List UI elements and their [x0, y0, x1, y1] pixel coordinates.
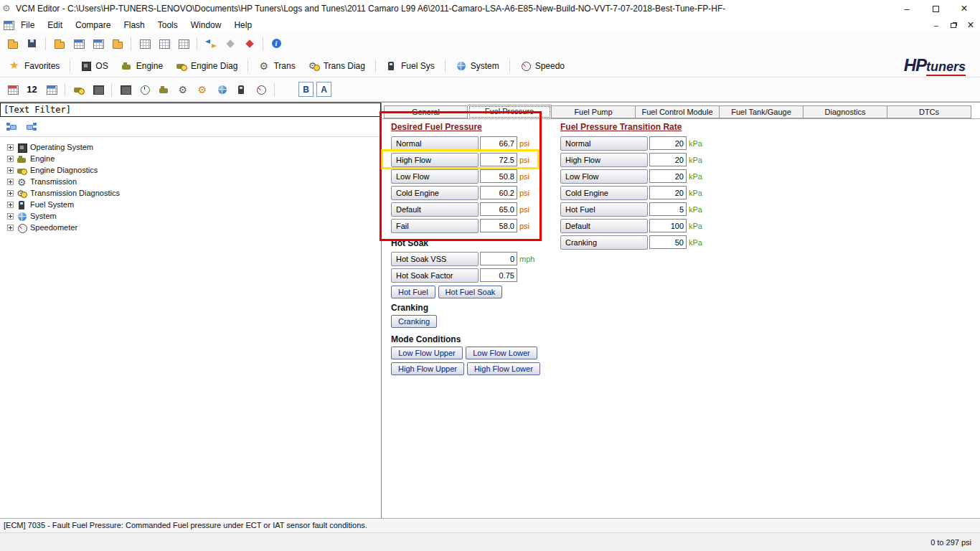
expand-plus-icon[interactable] [7, 144, 14, 151]
high-flow-lower-button[interactable]: High Flow Lower [467, 362, 540, 375]
menu-item-edit[interactable]: Edit [41, 17, 69, 33]
field-label-cranking[interactable]: Cranking [560, 235, 648, 250]
field-label-cold-engine[interactable]: Cold Engine [391, 186, 479, 200]
field-label-default[interactable]: Default [391, 202, 479, 217]
field-label-cold-engine[interactable]: Cold Engine [560, 186, 648, 200]
nav-trans-button[interactable]: Trans [252, 57, 301, 75]
engine-nav-button[interactable] [69, 80, 88, 99]
field-label-hot-fuel[interactable]: Hot Fuel [560, 202, 648, 217]
field-label-default[interactable]: Default [560, 219, 648, 233]
field-value-default[interactable] [480, 202, 517, 216]
nav-favorites-button[interactable]: Favorites [3, 57, 66, 75]
field-label-normal[interactable]: Normal [391, 136, 479, 151]
tree-item-transmission-diagnostics[interactable]: Transmission Diagnostics [0, 187, 381, 199]
tree-item-speedometer[interactable]: Speedometer [0, 222, 381, 233]
nav-system-button[interactable]: System [449, 57, 506, 75]
hot-fuel-soak-button[interactable]: Hot Fuel Soak [438, 286, 503, 298]
field-label-hot-soak-factor[interactable]: Hot Soak Factor [391, 268, 479, 283]
compare-a-button[interactable]: A [316, 82, 331, 97]
menu-item-flash[interactable]: Flash [117, 17, 151, 33]
field-label-low-flow[interactable]: Low Flow [560, 169, 648, 184]
field-value-cranking[interactable] [649, 235, 687, 249]
nav-trans-diag-button[interactable]: Trans Diag [302, 57, 372, 75]
field-value-fail[interactable] [480, 219, 517, 232]
tree-item-fuel-system[interactable]: Fuel System [0, 199, 381, 210]
field-label-high-flow[interactable]: High Flow [560, 153, 648, 167]
menu-item-window[interactable]: Window [184, 17, 228, 33]
tab-dtcs[interactable]: DTCs [887, 105, 971, 118]
write-vehicle-button[interactable] [88, 34, 108, 53]
collapse-tree-icon[interactable] [26, 121, 37, 133]
field-value-hot-fuel[interactable] [649, 202, 687, 216]
table-dark-2-button[interactable] [116, 80, 135, 99]
tab-fuel-tank-gauge[interactable]: Fuel Tank/Gauge [720, 105, 804, 118]
expand-plus-icon[interactable] [7, 202, 14, 208]
close-button[interactable] [950, 1, 979, 17]
save-file-button[interactable] [22, 34, 42, 53]
tree-item-transmission[interactable]: Transmission [0, 176, 381, 187]
field-label-normal[interactable]: Normal [560, 136, 648, 151]
gear-gray-button[interactable] [174, 80, 193, 99]
tree-item-engine[interactable]: Engine [0, 153, 381, 164]
child-minimize-button[interactable] [931, 20, 941, 30]
expand-plus-icon[interactable] [7, 225, 14, 231]
expand-tree-icon[interactable] [6, 121, 17, 133]
field-value-cold-engine[interactable] [649, 186, 687, 199]
field-value-normal[interactable] [480, 136, 517, 150]
hot-fuel-button[interactable]: Hot Fuel [391, 286, 435, 298]
nav-engine-button[interactable]: Engine [115, 57, 169, 75]
field-label-fail[interactable]: Fail [391, 219, 479, 233]
tree-item-operating-system[interactable]: Operating System [0, 141, 381, 153]
child-window-icon[interactable] [3, 19, 14, 31]
tab-fuel-pressure[interactable]: Fuel Pressure [468, 105, 552, 119]
menu-item-help[interactable]: Help [227, 17, 258, 33]
field-label-hot-soak-vss[interactable]: Hot Soak VSS [391, 252, 479, 266]
field-value-cold-engine[interactable] [480, 186, 517, 199]
expand-plus-icon[interactable] [7, 167, 14, 174]
field-value-high-flow[interactable] [649, 153, 687, 166]
clock-button[interactable] [135, 80, 154, 99]
menu-item-tools[interactable]: Tools [151, 17, 184, 33]
text-filter-input[interactable] [0, 103, 381, 117]
field-value-high-flow[interactable] [480, 153, 517, 166]
field-value-hot-soak-vss[interactable] [480, 252, 517, 265]
field-value-low-flow[interactable] [649, 169, 687, 183]
nav-os-button[interactable]: OS [74, 57, 114, 75]
open-recent-button[interactable] [50, 34, 69, 53]
gear-orange-button[interactable] [193, 80, 212, 99]
nav-speedo-button[interactable]: Speedo [514, 57, 571, 75]
field-value-low-flow[interactable] [480, 169, 517, 183]
tab-fuel-control-module[interactable]: Fuel Control Module [636, 105, 720, 118]
field-label-low-flow[interactable]: Low Flow [391, 169, 479, 184]
display-12-button[interactable]: 12 [22, 80, 42, 99]
engine-button[interactable] [154, 80, 174, 99]
table-compare-button[interactable] [3, 80, 22, 99]
fuel-pump-button[interactable] [232, 80, 251, 99]
low-flow-upper-button[interactable]: Low Flow Upper [391, 347, 463, 359]
expand-plus-icon[interactable] [7, 179, 14, 185]
field-value-default[interactable] [649, 219, 687, 232]
info-button[interactable] [267, 34, 286, 53]
expand-plus-icon[interactable] [7, 190, 14, 197]
table-blue-button[interactable] [42, 80, 61, 99]
gauge-button[interactable] [251, 80, 270, 99]
open-file-button[interactable] [3, 34, 22, 53]
low-flow-lower-button[interactable]: Low Flow Lower [466, 347, 537, 359]
menu-item-compare[interactable]: Compare [69, 17, 117, 33]
diamond-red-button[interactable] [240, 34, 259, 53]
expand-plus-icon[interactable] [7, 156, 14, 162]
menu-item-file[interactable]: File [14, 17, 41, 33]
child-restore-button[interactable] [948, 20, 958, 30]
tab-general[interactable]: General [384, 105, 468, 118]
minimize-button[interactable] [892, 1, 921, 17]
child-close-button[interactable] [966, 20, 976, 30]
field-value-normal[interactable] [649, 136, 687, 150]
globe-button[interactable] [212, 80, 232, 99]
nav-engine-diag-button[interactable]: Engine Diag [169, 57, 244, 75]
tab-diagnostics[interactable]: Diagnostics [804, 105, 887, 118]
maximize-button[interactable] [921, 1, 950, 17]
field-value-hot-soak-factor[interactable] [480, 268, 517, 282]
nav-fuel-sys-button[interactable]: Fuel Sys [380, 57, 441, 75]
tab-fuel-pump[interactable]: Fuel Pump [552, 105, 636, 118]
table-view-3-button[interactable] [174, 34, 193, 53]
